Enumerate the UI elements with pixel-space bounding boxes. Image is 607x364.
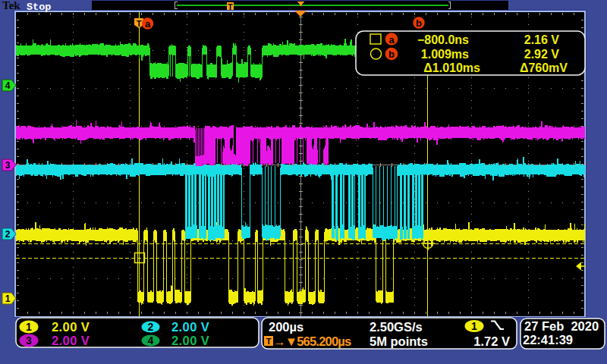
svg-text:b: b [416, 17, 422, 29]
svg-text:Δ760mV: Δ760mV [520, 61, 568, 74]
svg-text:1: 1 [26, 321, 32, 333]
svg-text:T: T [137, 19, 142, 28]
svg-text:1: 1 [471, 320, 477, 332]
svg-text:1: 1 [5, 293, 11, 304]
svg-text:1.009ms: 1.009ms [421, 48, 469, 61]
svg-text:a: a [145, 18, 151, 30]
svg-text:4: 4 [148, 334, 154, 347]
svg-text:2: 2 [5, 229, 11, 240]
svg-text:2.00 V: 2.00 V [52, 320, 90, 334]
svg-text:2.92 V: 2.92 V [524, 48, 560, 61]
svg-text:3: 3 [26, 334, 32, 347]
svg-text:5M points: 5M points [370, 334, 428, 348]
svg-text:b: b [388, 49, 395, 60]
svg-text:2.00 V: 2.00 V [52, 334, 90, 347]
svg-text:2.16 V: 2.16 V [524, 33, 560, 46]
svg-text:22:41:39: 22:41:39 [523, 333, 573, 347]
svg-text:2.00 V: 2.00 V [171, 320, 209, 334]
svg-text:200µs: 200µs [269, 320, 304, 334]
svg-text:→▼565.200µs: →▼565.200µs [273, 334, 351, 348]
svg-text:Δ1.010ms: Δ1.010ms [423, 61, 480, 74]
svg-text:a: a [388, 34, 395, 46]
svg-text:Stop: Stop [27, 2, 51, 13]
svg-text:−800.0ns: −800.0ns [417, 33, 469, 46]
svg-text:T: T [266, 337, 272, 346]
svg-text:3: 3 [5, 160, 11, 171]
svg-text:2: 2 [148, 321, 154, 333]
svg-text:Tek: Tek [2, 0, 20, 11]
svg-text:4: 4 [5, 80, 11, 91]
svg-text:2.00 V: 2.00 V [171, 334, 209, 347]
svg-text:T: T [228, 2, 233, 11]
svg-text:27 Feb 2020: 27 Feb 2020 [524, 319, 599, 333]
svg-text:1.72 V: 1.72 V [473, 334, 510, 348]
svg-text:2.50GS/s: 2.50GS/s [370, 320, 423, 334]
